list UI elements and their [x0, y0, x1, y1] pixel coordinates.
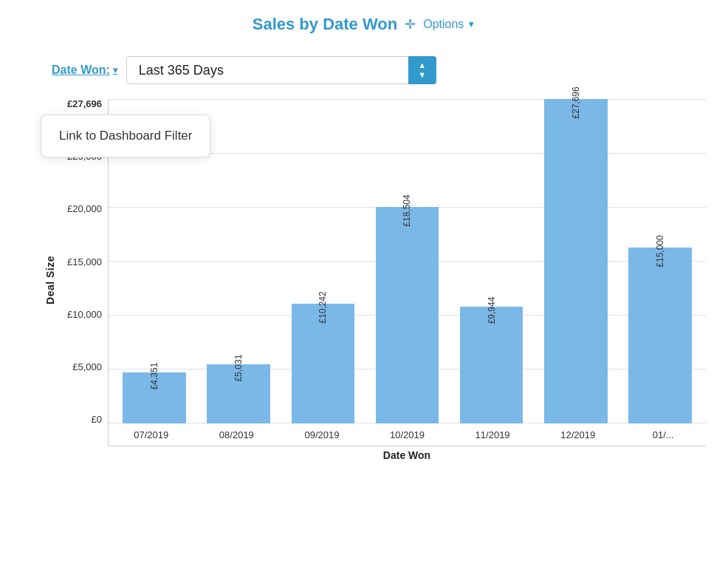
bar-group-5: £27,696 — [534, 99, 618, 423]
y-tick-27696: £27,696 — [62, 99, 102, 109]
x-label-4: 11/2019 — [450, 423, 535, 446]
move-icon[interactable]: ✛ — [405, 16, 416, 33]
x-label-0: 07/2019 — [109, 423, 194, 446]
filter-row: Date Won: ▾ Last 365 Days This Year Last… — [22, 56, 706, 84]
y-tick-15000: £15,000 — [62, 257, 102, 267]
bar-4[interactable]: £9,944 — [460, 307, 523, 423]
y-tick-5000: £5,000 — [62, 362, 102, 372]
bar-2[interactable]: £10,242 — [292, 304, 355, 423]
bar-label-4: £9,944 — [487, 297, 497, 324]
options-label: Options — [423, 18, 464, 31]
y-tick-20000: £20,000 — [62, 204, 102, 214]
select-arrow-button[interactable]: ▲ ▼ — [408, 56, 436, 84]
bar-label-3: £18,504 — [402, 194, 412, 226]
arrow-up-icon: ▲ — [418, 61, 426, 69]
x-axis-title: Date Won — [62, 449, 706, 461]
bar-group-2: £10,242 — [281, 99, 365, 423]
y-axis-label: Deal Size — [44, 256, 56, 304]
chart-title: Sales by Date Won — [253, 15, 397, 34]
page-container: Sales by Date Won ✛ Options ▼ Date Won: … — [0, 0, 728, 569]
bar-label-1: £5,031 — [233, 355, 244, 382]
bar-label-0: £4,351 — [149, 363, 159, 390]
filter-label[interactable]: Date Won: ▾ — [52, 64, 117, 77]
filter-caret-icon: ▾ — [113, 65, 117, 75]
arrow-down-icon: ▼ — [418, 71, 426, 79]
x-label-3: 10/2019 — [365, 423, 450, 446]
y-tick-0: £0 — [62, 415, 102, 424]
bar-label-5: £27,696 — [571, 86, 581, 118]
bar-label-6: £15,000 — [655, 236, 665, 268]
bar-group-3: £18,504 — [365, 99, 449, 423]
bar-0[interactable]: £4,351 — [123, 372, 186, 423]
tooltip-text: Link to Dashboard Filter — [59, 129, 192, 143]
bar-3[interactable]: £18,504 — [376, 207, 439, 423]
y-tick-10000: £10,000 — [62, 310, 102, 319]
filter-select-wrapper: Last 365 Days This Year Last Year This Q… — [126, 56, 436, 84]
chart-header: Sales by Date Won ✛ Options ▼ — [22, 15, 706, 34]
x-label-1: 08/2019 — [194, 423, 280, 446]
bar-5[interactable]: £27,696 — [544, 99, 608, 423]
bar-group-4: £9,944 — [450, 99, 534, 423]
bar-1[interactable]: £5,031 — [207, 364, 270, 423]
bar-group-6: £15,000 — [618, 99, 702, 423]
tooltip: Link to Dashboard Filter — [41, 115, 210, 157]
bar-label-2: £10,242 — [317, 291, 328, 323]
x-label-6: 01/... — [620, 423, 706, 446]
x-label-5: 12/2019 — [535, 423, 621, 446]
x-axis-labels: 07/201908/201909/201910/201911/201912/20… — [109, 423, 706, 446]
filter-label-text: Date Won: — [52, 64, 110, 77]
options-caret-icon: ▼ — [467, 19, 475, 30]
bar-6[interactable]: £15,000 — [628, 248, 692, 423]
filter-select[interactable]: Last 365 Days This Year Last Year This Q… — [126, 56, 436, 84]
options-button[interactable]: Options ▼ — [423, 18, 475, 31]
x-label-2: 09/2019 — [279, 423, 365, 446]
